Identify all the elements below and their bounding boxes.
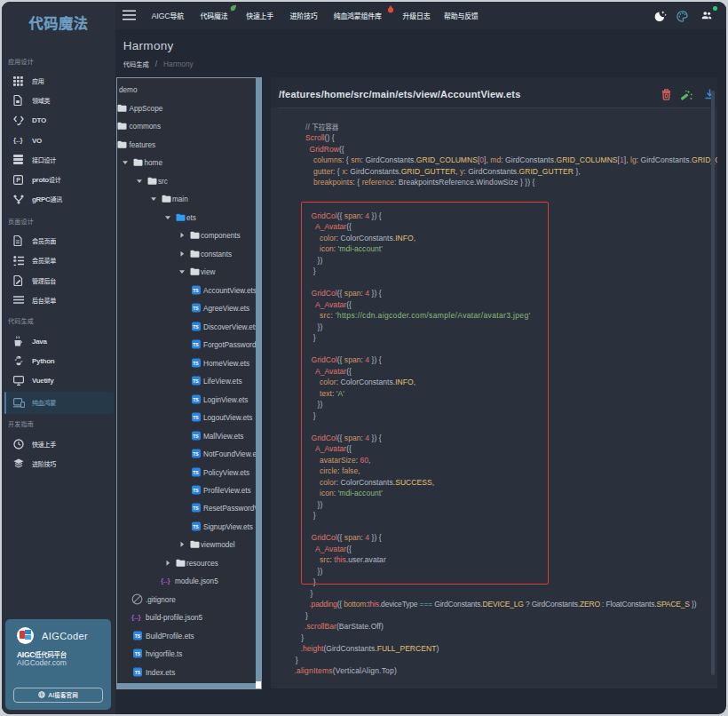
svg-text:P: P <box>16 177 20 183</box>
